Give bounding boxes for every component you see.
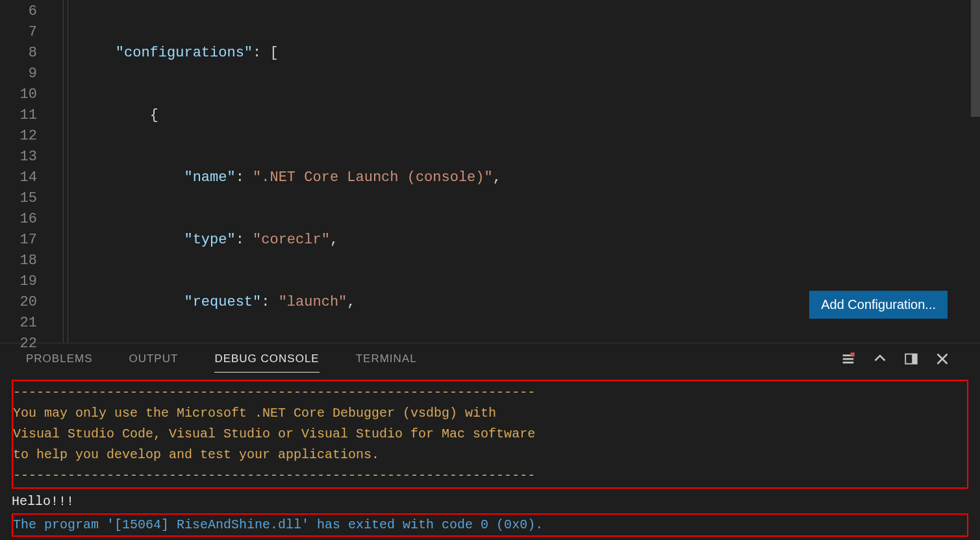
line-number: 11 (0, 105, 37, 126)
line-number: 17 (0, 230, 37, 251)
line-number: 9 (0, 64, 37, 84)
line-number: 21 (0, 313, 37, 334)
bottom-panel: PROBLEMS OUTPUT DEBUG CONSOLE TERMINAL -… (0, 343, 980, 540)
tab-debug-console[interactable]: DEBUG CONSOLE (214, 346, 319, 373)
tab-output[interactable]: OUTPUT (129, 346, 178, 372)
editor-scrollbar[interactable] (971, 0, 980, 343)
close-panel-icon[interactable] (936, 352, 949, 365)
add-configuration-button[interactable]: Add Configuration... (809, 291, 948, 319)
line-number: 8 (0, 43, 37, 64)
debug-console-output[interactable]: ----------------------------------------… (0, 374, 980, 540)
line-number: 7 (0, 22, 37, 43)
clear-console-icon[interactable] (841, 352, 855, 366)
line-number: 15 (0, 188, 37, 209)
console-output-line: Hello!!! (12, 491, 968, 512)
panel-tab-bar: PROBLEMS OUTPUT DEBUG CONSOLE TERMINAL (0, 343, 980, 374)
tab-terminal[interactable]: TERMINAL (356, 346, 417, 372)
program-exit-message: The program '[15064] RiseAndShine.dll' h… (12, 513, 968, 537)
line-number: 10 (0, 84, 37, 105)
split-panel-icon[interactable] (905, 352, 918, 365)
code-editor[interactable]: 6 7 8 9 10 11 12 13 14 15 16 17 18 19 20… (0, 0, 980, 343)
line-number: 22 (0, 334, 37, 354)
line-number-gutter: 6 7 8 9 10 11 12 13 14 15 16 17 18 19 20… (0, 0, 55, 343)
fold-ruler (55, 0, 68, 343)
collapse-icon[interactable] (873, 352, 886, 365)
line-number: 6 (0, 1, 37, 22)
line-number: 19 (0, 271, 37, 292)
line-number: 14 (0, 167, 37, 188)
debug-license-notice: ----------------------------------------… (12, 380, 968, 489)
line-number: 12 (0, 126, 37, 147)
line-number: 13 (0, 147, 37, 167)
svg-rect-1 (912, 354, 917, 364)
line-number: 18 (0, 251, 37, 271)
line-number: 16 (0, 209, 37, 230)
line-number: 20 (0, 292, 37, 313)
